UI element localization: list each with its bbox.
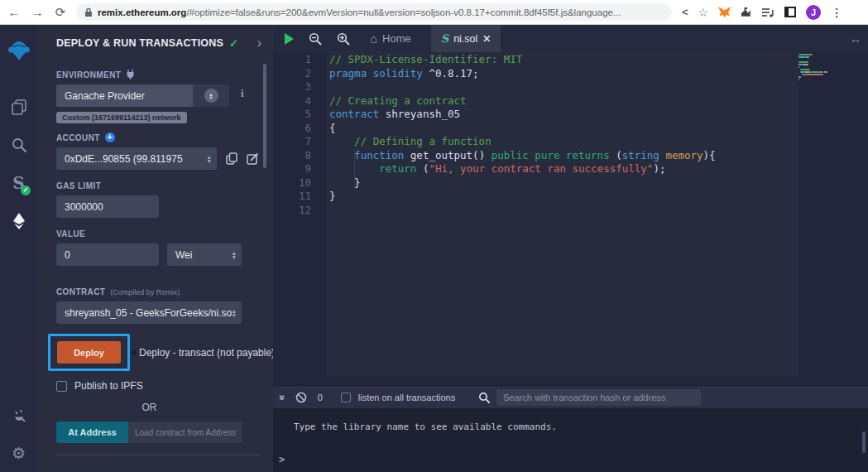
clear-console-icon[interactable]: [295, 392, 307, 403]
browser-toolbar: ← → ⟳ remix.ethereum.org/#optimize=false…: [0, 0, 868, 25]
code-line: 8 function get_output() public pure retu…: [273, 149, 868, 163]
publish-ipfs-checkbox[interactable]: [56, 381, 67, 392]
zoom-out-icon[interactable]: [309, 32, 322, 46]
terminal-toolbar: » 0 listen on all transactions: [273, 385, 868, 408]
code-line: 7 // Defining a function: [273, 135, 868, 149]
terminal-scrollbar[interactable]: [862, 431, 866, 453]
code-line: 5contract shreyansh_05: [273, 108, 868, 122]
account-value: 0xDdE...90855 (99.811975: [65, 153, 207, 165]
resize-horizontal-icon[interactable]: ↔: [850, 32, 861, 46]
terminal-search-input[interactable]: [496, 389, 701, 406]
unit-stepper-icon: ▲▼: [232, 251, 237, 259]
code-line: 2pragma solidity ^0.8.17;: [273, 67, 868, 81]
value-unit: Wei: [175, 249, 192, 261]
publish-ipfs-row: Publish to IPFS: [56, 380, 273, 392]
solidity-compiler-icon[interactable]: S ✓: [0, 164, 37, 202]
main-column: ⌂ Home S ni.sol ✕ ↔ 1// SPDX-License-Ide…: [273, 25, 868, 472]
edit-account-icon[interactable]: [247, 152, 259, 165]
back-icon[interactable]: ←: [7, 5, 22, 19]
deploy-panel: DEPLOY & RUN TRANSACTIONS ✓ › ENVIRONMEN…: [37, 25, 273, 472]
profile-avatar[interactable]: J: [806, 5, 821, 20]
contract-label: CONTRACT: [56, 287, 105, 296]
environment-select[interactable]: Ganache Provider ▲▼: [56, 84, 229, 107]
browser-menu-icon[interactable]: ⋮: [831, 6, 842, 19]
editor-tabbar: ⌂ Home S ni.sol ✕ ↔: [273, 25, 868, 52]
panel-divider: [56, 455, 261, 455]
panel-scrollbar[interactable]: [263, 64, 266, 168]
environment-info-icon[interactable]: i: [241, 87, 244, 100]
reload-icon[interactable]: ⟳: [53, 5, 68, 20]
editor-minimap[interactable]: [798, 54, 856, 84]
bookmark-star-icon[interactable]: ☆: [698, 6, 709, 19]
contract-value: shreyansh_05 - GeeksForGeeks/ni.so: [65, 307, 232, 319]
run-script-play-icon[interactable]: [285, 33, 294, 45]
code-line: 1// SPDX-License-Identifier: MIT: [273, 53, 868, 67]
account-label-row: ACCOUNT +: [56, 132, 273, 142]
listen-transactions-checkbox[interactable]: [341, 393, 351, 402]
remix-app: S ✓ ⚙ DEPLOY: [0, 25, 868, 472]
value-unit-select[interactable]: Wei ▲▼: [167, 243, 242, 266]
listen-transactions-label: listen on all transactions: [358, 393, 455, 402]
forward-icon[interactable]: →: [30, 5, 45, 19]
terminal-message: Type the library name to see available c…: [294, 421, 557, 432]
at-address-button[interactable]: At Address: [56, 421, 128, 443]
code-line: 11}: [273, 190, 868, 204]
playlist-extension-icon[interactable]: [762, 7, 774, 17]
code-line: 3: [273, 80, 868, 94]
share-icon[interactable]: <: [682, 6, 688, 18]
environment-label: ENVIRONMENT: [56, 70, 121, 79]
home-icon: ⌂: [370, 31, 377, 46]
tooltip-arrow-icon: [132, 349, 136, 356]
value-label: VALUE: [56, 229, 273, 238]
sidebar-extension-icon[interactable]: [784, 7, 796, 17]
tab-ni-sol[interactable]: S ni.sol ✕: [431, 25, 501, 52]
tab-file-label: ni.sol: [453, 33, 477, 45]
lock-icon: [84, 7, 93, 17]
add-account-icon[interactable]: +: [105, 132, 115, 142]
at-address-row: At Address: [56, 421, 273, 443]
browser-extensions: < ☆ J ⋮: [682, 5, 842, 20]
tab-home-label: Home: [382, 32, 411, 45]
value-input[interactable]: [56, 243, 159, 266]
extensions-puzzle-icon[interactable]: [741, 7, 752, 18]
url-host: remix.ethereum.org: [98, 7, 186, 17]
url-path: /#optimize=false&runs=200&evmVersion=nul…: [186, 7, 621, 17]
code-line: 6{: [273, 122, 868, 136]
deploy-tooltip: Deploy - transact (not payable): [139, 347, 275, 359]
panel-check-icon: ✓: [229, 37, 238, 50]
publish-ipfs-label: Publish to IPFS: [74, 380, 143, 392]
transaction-count: 0: [318, 393, 323, 402]
indent-guide: [354, 149, 355, 190]
terminal-prompt: >: [279, 454, 285, 465]
at-address-input[interactable]: [128, 421, 242, 443]
network-badge: Custom (1671699114213) network: [56, 112, 187, 123]
account-select[interactable]: 0xDdE...90855 (99.811975 ▲▼: [56, 147, 217, 170]
deploy-button[interactable]: Deploy: [57, 341, 121, 364]
settings-gear-icon[interactable]: ⚙: [0, 434, 37, 472]
address-bar[interactable]: remix.ethereum.org/#optimize=false&runs=…: [76, 3, 672, 21]
search-icon[interactable]: [0, 126, 37, 164]
metamask-icon[interactable]: [718, 7, 731, 17]
terminal[interactable]: Type the library name to see available c…: [273, 408, 868, 472]
code-line: 10 }: [273, 176, 868, 190]
tab-close-icon[interactable]: ✕: [482, 33, 491, 45]
contract-select[interactable]: shreyansh_05 - GeeksForGeeks/ni.so ▲▼: [56, 301, 242, 324]
terminal-search-icon: [478, 392, 490, 403]
environment-stepper-icon[interactable]: ▲▼: [204, 89, 218, 103]
account-label: ACCOUNT: [56, 133, 100, 142]
terminal-collapse-icon[interactable]: »: [276, 394, 288, 400]
file-explorer-icon[interactable]: [0, 88, 37, 126]
code-editor[interactable]: 1// SPDX-License-Identifier: MIT2pragma …: [273, 52, 868, 385]
contract-stepper-icon: ▲▼: [232, 309, 237, 317]
tab-home[interactable]: ⌂ Home: [360, 25, 421, 52]
gas-limit-label: GAS LIMIT: [56, 181, 273, 190]
panel-expand-chevron-icon[interactable]: ›: [257, 36, 261, 51]
zoom-in-icon[interactable]: [337, 32, 350, 46]
remix-logo[interactable]: [0, 31, 37, 70]
plugin-manager-icon[interactable]: [0, 396, 37, 434]
gas-limit-input[interactable]: [56, 195, 159, 218]
deploy-row: Deploy Deploy - transact (not payable): [48, 334, 265, 371]
deploy-run-icon[interactable]: [0, 202, 37, 240]
copy-account-icon[interactable]: [226, 152, 237, 165]
deploy-highlight-box: Deploy: [48, 334, 130, 371]
